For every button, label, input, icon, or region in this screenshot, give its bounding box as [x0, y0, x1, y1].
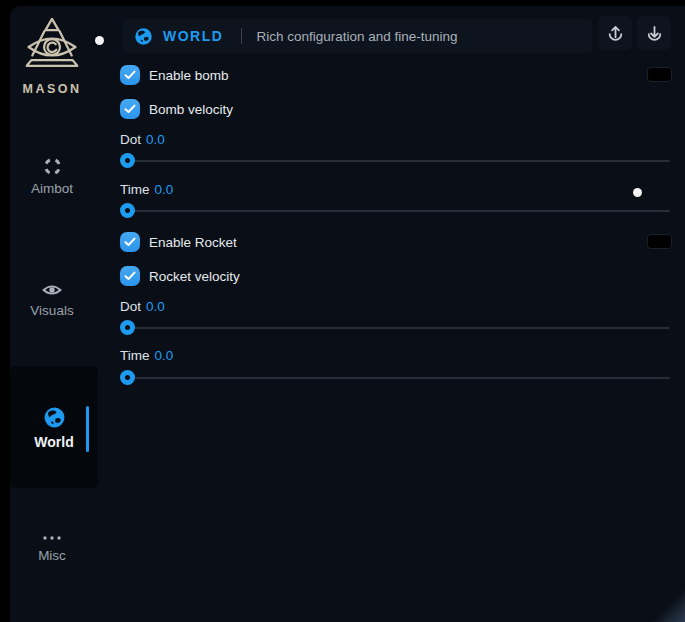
- sidebar-item-aimbot[interactable]: Aimbot: [10, 157, 94, 196]
- checkbox-label: Bomb velocity: [149, 102, 233, 117]
- sidebar: MASON Aimbot Visuals: [10, 6, 120, 622]
- checkbox-label: Rocket velocity: [149, 269, 240, 284]
- selected-indicator-bar: [86, 406, 90, 452]
- page-header: WORLD Rich configuration and fine-tuning: [122, 19, 592, 53]
- brand-name: MASON: [10, 82, 94, 96]
- active-tab-title: WORLD: [163, 28, 223, 44]
- app-window: MASON Aimbot Visuals: [10, 6, 685, 622]
- rocket-dot-slider[interactable]: [120, 320, 670, 335]
- brand-logo: MASON: [10, 16, 94, 96]
- sidebar-item-label: Visuals: [10, 303, 94, 318]
- bomb-time-label: Time0.0: [120, 182, 173, 198]
- cursor-dot: [633, 188, 642, 197]
- param-value: 0.0: [146, 299, 165, 314]
- rocket-velocity-row: Rocket velocity: [120, 266, 682, 286]
- param-value: 0.0: [155, 348, 174, 363]
- param-name: Time: [120, 182, 150, 197]
- crosshair-icon: [43, 157, 62, 176]
- sidebar-item-label: Aimbot: [10, 181, 94, 196]
- check-icon: [124, 70, 136, 80]
- check-icon: [124, 104, 136, 114]
- page: MASON Aimbot Visuals: [0, 0, 685, 622]
- slider-track: [120, 377, 670, 379]
- page-subtitle: Rich configuration and fine-tuning: [256, 29, 457, 44]
- sidebar-item-label: World: [10, 434, 98, 450]
- checkbox-label: Enable Rocket: [149, 235, 237, 250]
- cursor-dot: [95, 36, 104, 45]
- slider-thumb[interactable]: [120, 370, 135, 385]
- ellipsis-icon: [42, 533, 62, 543]
- sidebar-item-world[interactable]: World: [10, 366, 98, 488]
- download-icon: [645, 24, 664, 43]
- bomb-time-slider[interactable]: [120, 203, 670, 218]
- rocket-velocity-checkbox[interactable]: [120, 266, 140, 286]
- bomb-dot-slider[interactable]: [120, 153, 670, 168]
- upload-icon: [606, 24, 625, 43]
- enable-bomb-row: Enable bomb: [120, 65, 682, 85]
- globe-icon: [134, 27, 153, 46]
- enable-rocket-checkbox[interactable]: [120, 232, 140, 252]
- param-value: 0.0: [146, 132, 165, 147]
- slider-thumb[interactable]: [120, 153, 135, 168]
- header-divider: [241, 28, 242, 44]
- param-name: Time: [120, 348, 150, 363]
- rocket-dot-label: Dot0.0: [120, 299, 165, 315]
- rocket-color-swatch[interactable]: [647, 234, 672, 249]
- bomb-color-swatch[interactable]: [647, 67, 672, 82]
- eye-icon: [42, 282, 62, 298]
- enable-bomb-checkbox[interactable]: [120, 65, 140, 85]
- slider-track: [120, 160, 670, 162]
- sidebar-item-visuals[interactable]: Visuals: [10, 282, 94, 318]
- enable-rocket-row: Enable Rocket: [120, 232, 682, 252]
- param-name: Dot: [120, 132, 141, 147]
- bomb-velocity-row: Bomb velocity: [120, 99, 682, 119]
- param-value: 0.0: [155, 182, 174, 197]
- rocket-time-label: Time0.0: [120, 348, 173, 364]
- import-config-button[interactable]: [637, 16, 671, 50]
- bomb-dot-label: Dot0.0: [120, 132, 165, 148]
- checkbox-label: Enable bomb: [149, 68, 229, 83]
- check-icon: [124, 271, 136, 281]
- sidebar-item-label: Misc: [10, 548, 94, 563]
- slider-thumb[interactable]: [120, 320, 135, 335]
- pyramid-eye-logo-icon: [22, 16, 82, 78]
- rocket-time-slider[interactable]: [120, 370, 670, 385]
- export-config-button[interactable]: [598, 16, 632, 50]
- sidebar-item-misc[interactable]: Misc: [10, 533, 94, 563]
- slider-track: [120, 327, 670, 329]
- globe-icon: [43, 406, 66, 429]
- param-name: Dot: [120, 299, 141, 314]
- check-icon: [124, 237, 136, 247]
- slider-thumb[interactable]: [120, 203, 135, 218]
- bomb-velocity-checkbox[interactable]: [120, 99, 140, 119]
- slider-track: [120, 210, 670, 212]
